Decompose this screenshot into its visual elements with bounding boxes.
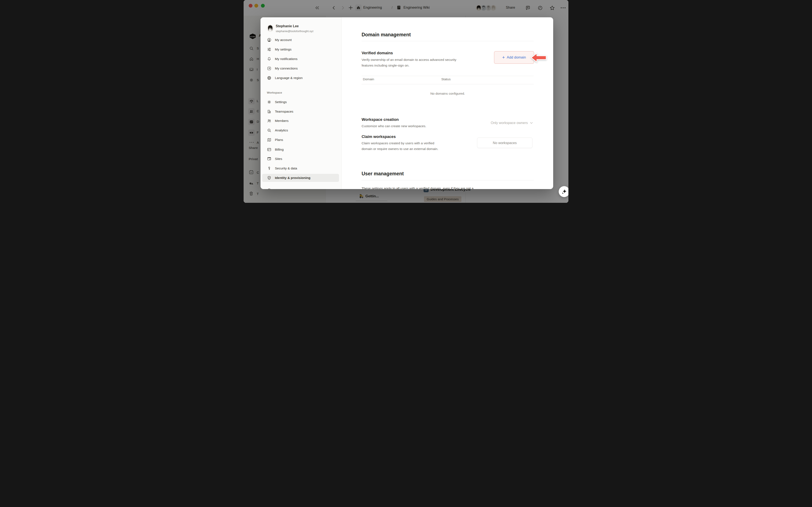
sidebar-item-label: Sites <box>275 157 282 161</box>
user-management-clipped-text: These settings apply to all users with a… <box>362 186 544 189</box>
app-window: Engineering / Engineering Wiki Share <box>244 0 568 203</box>
claim-workspaces-desc-line2: domain or require owners to use an exter… <box>362 147 438 151</box>
sidebar-item-billing[interactable]: Billing <box>262 146 339 154</box>
sidebar-item-label: My notifications <box>275 57 298 61</box>
workspace-creation-select[interactable]: Only workspace owners <box>491 121 533 125</box>
table-empty-state: No domains configured. <box>362 92 534 96</box>
claim-workspaces-desc-line1: Claim workspaces created by users with a… <box>362 141 434 145</box>
shield-check-icon <box>267 176 271 180</box>
sidebar-item-label: My account <box>275 38 292 42</box>
sidebar-item-language-region[interactable]: Language & region <box>262 74 339 82</box>
sidebar-item-members[interactable]: Members <box>262 117 339 125</box>
sliders-icon <box>267 47 271 52</box>
browser-cursor-icon <box>267 157 271 161</box>
add-domain-label: Add domain <box>507 55 526 60</box>
buildings-icon <box>267 109 271 114</box>
sidebar-item-label: Plans <box>275 138 283 142</box>
bell-icon <box>267 57 271 61</box>
key-icon <box>267 166 271 171</box>
sidebar-item-analytics[interactable]: Analytics <box>262 126 339 134</box>
question-circle-icon <box>267 188 271 189</box>
sidebar-item-label: Contact support <box>275 188 298 189</box>
sidebar-item-label: Language & region <box>275 76 303 80</box>
user-avatar[interactable] <box>267 25 274 32</box>
sidebar-item-label: Members <box>275 119 289 123</box>
sidebar-item-my-connections[interactable]: My connections <box>262 64 339 72</box>
sidebar-item-my-account[interactable]: My account <box>262 36 339 44</box>
settings-modal: Stephanie Lee stephanie@toolsforthought.… <box>260 17 553 189</box>
workspace-creation-desc: Customize who can create new workspaces. <box>362 124 426 128</box>
sidebar-item-label: My connections <box>275 66 298 70</box>
ai-assistant-button[interactable] <box>559 186 568 197</box>
search-sparkle-icon <box>267 128 271 133</box>
no-workspaces-button[interactable]: No workspaces <box>477 137 532 148</box>
workspace-section-label: Workspace <box>267 91 282 94</box>
verified-domains-heading: Verified domains <box>362 51 393 55</box>
sidebar-item-identity-provisioning[interactable]: Identity & provisioning <box>262 174 339 182</box>
settings-sidebar: Stephanie Lee stephanie@toolsforthought.… <box>260 17 342 189</box>
sidebar-item-my-settings[interactable]: My settings <box>262 45 339 53</box>
user-email: stephanie@toolsforthought.xyz <box>276 30 314 33</box>
sidebar-item-contact-support[interactable]: Contact support <box>262 186 339 189</box>
sidebar-item-label: Teamspaces <box>275 110 293 113</box>
sidebar-item-label: Settings <box>275 100 287 104</box>
sidebar-item-teamspaces[interactable]: Teamspaces <box>262 108 339 116</box>
sparkle-icon <box>561 189 567 194</box>
sidebar-item-sites[interactable]: Sites <box>262 155 339 163</box>
add-domain-button[interactable]: + Add domain <box>494 51 534 64</box>
sidebar-item-label: Security & data <box>275 166 297 170</box>
globe-icon <box>267 76 271 80</box>
user-management-heading: User management <box>362 171 404 177</box>
gear-icon <box>267 100 271 104</box>
sidebar-item-label: Billing <box>275 148 284 152</box>
table-header-domain: Domain <box>363 77 374 81</box>
page-title: Domain management <box>362 32 411 38</box>
verified-domains-desc-line1: Verify ownership of an email domain to a… <box>362 58 456 62</box>
sidebar-item-settings[interactable]: Settings <box>262 98 339 106</box>
arrow-up-right-square-icon <box>267 66 271 71</box>
chevron-down-icon <box>530 122 533 124</box>
members-icon <box>267 118 271 123</box>
table-header-status: Status <box>441 77 451 81</box>
claim-workspaces-heading: Claim workspaces <box>362 134 396 139</box>
sidebar-item-plans[interactable]: Plans <box>262 136 339 144</box>
sidebar-item-label: My settings <box>275 48 291 51</box>
workspace-creation-heading: Workspace creation <box>362 117 399 122</box>
annotation-arrow-icon <box>530 52 547 63</box>
plus-glyph: + <box>502 55 505 60</box>
table-top-border <box>362 76 534 76</box>
workspace-creation-value: Only workspace owners <box>491 121 528 125</box>
sidebar-item-my-notifications[interactable]: My notifications <box>262 55 339 63</box>
map-icon <box>267 137 271 142</box>
divider <box>362 180 534 180</box>
sidebar-item-label: Analytics <box>275 128 288 132</box>
settings-content: Domain management Verified domains Verif… <box>342 17 553 189</box>
divider <box>362 41 534 41</box>
credit-card-icon <box>267 147 271 152</box>
user-name: Stephanie Lee <box>276 24 299 28</box>
sidebar-item-security-data[interactable]: Security & data <box>262 164 339 172</box>
sidebar-item-label: Identity & provisioning <box>275 176 310 180</box>
person-circle-icon <box>267 38 271 42</box>
verified-domains-desc-line2: features including single-sign on. <box>362 64 409 67</box>
